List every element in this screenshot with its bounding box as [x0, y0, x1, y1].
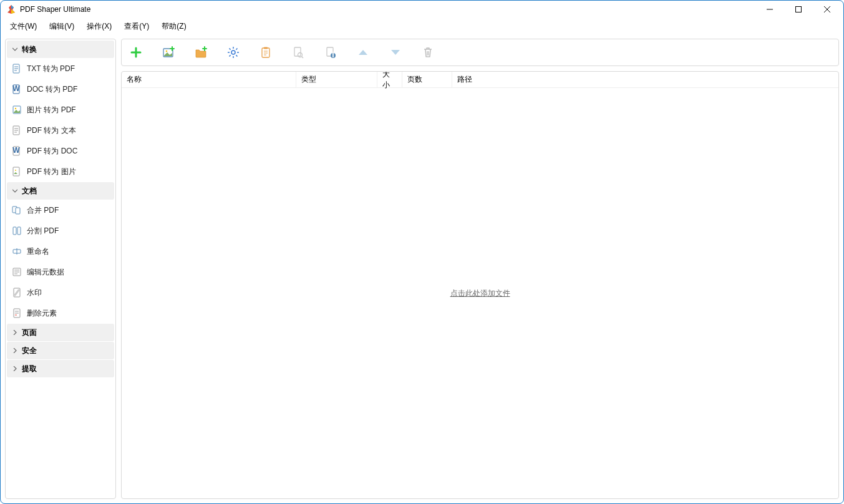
- column-label: 类型: [301, 74, 316, 85]
- menubar: 文件(W) 编辑(V) 操作(X) 查看(Y) 帮助(Z): [0, 19, 844, 34]
- svg-rect-15: [16, 208, 20, 214]
- sidebar-item-label: 删除元素: [27, 308, 57, 319]
- file-list: 名称 类型 大小 页数 路径 点击此处添加文件: [121, 71, 839, 499]
- column-name[interactable]: 名称: [122, 72, 296, 87]
- clipboard-button[interactable]: [255, 42, 276, 63]
- svg-text:W: W: [12, 84, 20, 93]
- pdf-to-image-icon: [12, 167, 22, 177]
- add-image-button[interactable]: [158, 42, 179, 63]
- chevron-right-icon: [12, 329, 18, 336]
- sidebar-item-split[interactable]: 分割 PDF: [7, 221, 114, 241]
- file-list-body[interactable]: 点击此处添加文件: [122, 88, 838, 498]
- chevron-down-icon: [12, 188, 18, 194]
- sidebar-item-doc-to-pdf[interactable]: W DOC 转为 PDF: [7, 79, 114, 99]
- sidebar-item-remove-elements[interactable]: 删除元素: [7, 303, 114, 323]
- sidebar-item-merge[interactable]: 合并 PDF: [7, 200, 114, 220]
- move-up-button[interactable]: [352, 42, 374, 63]
- svg-line-31: [236, 55, 237, 56]
- sidebar-section-security[interactable]: 安全: [7, 342, 114, 359]
- sidebar-item-img-to-pdf[interactable]: 图片 转为 PDF: [7, 100, 114, 120]
- sidebar-item-label: 合并 PDF: [27, 205, 59, 216]
- svg-point-25: [231, 51, 235, 54]
- empty-add-files-link[interactable]: 点击此处添加文件: [450, 288, 510, 299]
- svg-text:i: i: [332, 51, 334, 59]
- svg-rect-1: [796, 7, 802, 12]
- file-list-header: 名称 类型 大小 页数 路径: [122, 72, 838, 88]
- chevron-down-icon: [12, 46, 18, 52]
- svg-rect-12: [13, 167, 19, 176]
- menu-action[interactable]: 操作(X): [80, 20, 118, 33]
- metadata-icon: [12, 267, 22, 277]
- sidebar-item-label: PDF 转为 图片: [27, 167, 76, 177]
- menu-help[interactable]: 帮助(Z): [155, 20, 192, 33]
- app-title: PDF Shaper Ultimate: [20, 5, 90, 14]
- column-label: 页数: [407, 74, 422, 85]
- close-button[interactable]: [813, 0, 842, 19]
- minimize-button[interactable]: [755, 0, 784, 19]
- toolbar: i: [121, 39, 839, 66]
- svg-line-38: [302, 57, 304, 59]
- column-label: 名称: [127, 74, 142, 85]
- rename-icon: [12, 246, 22, 256]
- maximize-button[interactable]: [784, 0, 813, 19]
- sidebar-item-label: 编辑元数据: [27, 267, 64, 278]
- add-folder-button[interactable]: [190, 42, 211, 63]
- pdf-to-doc-icon: W: [12, 146, 22, 156]
- column-pages[interactable]: 页数: [402, 72, 452, 87]
- sidebar-section-extract[interactable]: 提取: [7, 360, 114, 377]
- sidebar-section-label: 提取: [22, 364, 37, 374]
- sidebar-item-label: DOC 转为 PDF: [27, 84, 77, 95]
- sidebar-item-watermark[interactable]: 水印: [7, 283, 114, 303]
- svg-point-24: [166, 51, 168, 52]
- menu-edit[interactable]: 编辑(V): [43, 20, 80, 33]
- delete-button[interactable]: [417, 42, 439, 63]
- sidebar-item-pdf-to-doc[interactable]: W PDF 转为 DOC: [7, 141, 114, 161]
- merge-icon: [12, 205, 22, 215]
- sidebar-item-label: PDF 转为 文本: [27, 125, 76, 136]
- doc-file-icon: W: [12, 84, 22, 94]
- svg-line-32: [230, 55, 231, 56]
- column-label: 大小: [382, 71, 397, 90]
- column-size[interactable]: 大小: [377, 72, 402, 87]
- split-icon: [12, 226, 22, 236]
- sidebar-item-label: TXT 转为 PDF: [27, 64, 75, 74]
- sidebar-section-label: 安全: [22, 346, 37, 356]
- svg-point-8: [15, 108, 16, 109]
- settings-button[interactable]: [223, 42, 244, 63]
- image-file-icon: [12, 105, 22, 115]
- svg-point-13: [15, 170, 16, 171]
- sidebar-section-document[interactable]: 文档: [7, 182, 114, 200]
- txt-file-icon: [12, 64, 22, 74]
- menu-view[interactable]: 查看(Y): [118, 20, 155, 33]
- sidebar-item-pdf-to-img[interactable]: PDF 转为 图片: [7, 162, 114, 182]
- menu-file[interactable]: 文件(W): [4, 20, 43, 33]
- svg-rect-16: [13, 227, 16, 235]
- svg-line-30: [230, 49, 231, 50]
- sidebar-item-metadata[interactable]: 编辑元数据: [7, 262, 114, 282]
- move-down-button[interactable]: [385, 42, 406, 63]
- chevron-right-icon: [12, 347, 18, 354]
- sidebar-item-rename[interactable]: 重命名: [7, 241, 114, 261]
- sidebar-item-label: PDF 转为 DOC: [27, 146, 77, 157]
- preview-button[interactable]: [288, 42, 309, 63]
- sidebar-section-label: 页面: [22, 327, 37, 338]
- remove-elements-icon: [12, 308, 22, 318]
- svg-rect-17: [17, 227, 21, 235]
- sidebar-item-pdf-to-txt[interactable]: PDF 转为 文本: [7, 120, 114, 140]
- sidebar-item-txt-to-pdf[interactable]: TXT 转为 PDF: [7, 59, 114, 79]
- pdf-to-text-icon: [12, 125, 22, 135]
- sidebar-item-label: 水印: [27, 288, 42, 298]
- svg-line-33: [236, 49, 237, 50]
- info-button[interactable]: i: [320, 42, 341, 63]
- column-type[interactable]: 类型: [296, 72, 377, 87]
- sidebar-section-pages[interactable]: 页面: [7, 324, 114, 341]
- sidebar: 转换 TXT 转为 PDF W DOC 转为 PDF 图片 转为 PDF PDF…: [5, 39, 116, 499]
- column-path[interactable]: 路径: [452, 72, 838, 87]
- sidebar-item-label: 图片 转为 PDF: [27, 105, 76, 115]
- svg-rect-35: [264, 47, 268, 49]
- app-icon: [6, 4, 16, 14]
- sidebar-item-label: 分割 PDF: [27, 226, 59, 236]
- add-file-button[interactable]: [125, 42, 147, 63]
- sidebar-section-convert[interactable]: 转换: [7, 41, 114, 58]
- sidebar-item-label: 重命名: [27, 246, 49, 257]
